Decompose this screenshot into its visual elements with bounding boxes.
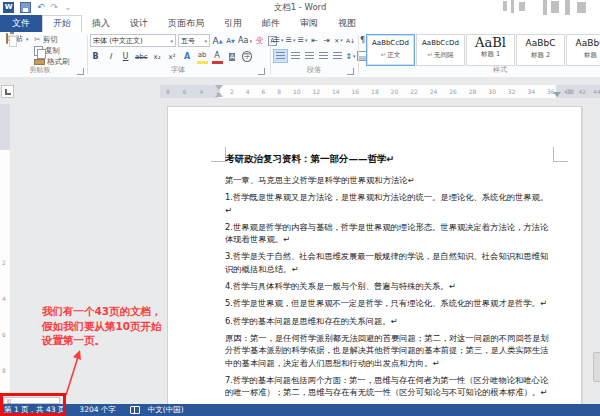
- align-left-button[interactable]: [273, 49, 288, 63]
- increase-indent-button[interactable]: ⇥: [321, 34, 332, 46]
- tab-page-layout[interactable]: 页面布局: [158, 15, 214, 32]
- horizontal-ruler: 8 6 4 2 2 4 6 8 10 12 14 16 18 20 22 24 …: [160, 85, 600, 98]
- tab-references[interactable]: 引用: [214, 15, 252, 32]
- paste-chevron-down-icon: ▾: [26, 36, 29, 42]
- group-divider: [270, 35, 271, 74]
- decrease-indent-button[interactable]: ⇤: [309, 34, 320, 46]
- tab-view[interactable]: 视图: [328, 15, 366, 32]
- phonetic-guide-button[interactable]: 变: [254, 35, 265, 47]
- doc-paragraph[interactable]: 6.哲学的基本问题是思维和存在的关系问题。↵: [225, 315, 549, 327]
- shrink-font-button[interactable]: A▼: [225, 35, 236, 47]
- tab-selector-button[interactable]: [1, 85, 14, 98]
- font-group-label: 字体: [171, 65, 185, 75]
- style-heading1[interactable]: AaBl 标题 1: [466, 34, 515, 66]
- font-name-value: 宋体 (中文正文): [93, 36, 143, 46]
- font-name-combo[interactable]: 宋体 (中文正文) ▾: [90, 34, 176, 47]
- sort-button[interactable]: A↓: [345, 34, 356, 46]
- style-sample: AaBbC: [517, 35, 564, 51]
- font-color-button[interactable]: A: [212, 49, 223, 64]
- group-divider: [358, 35, 359, 74]
- annotation-arrow: [55, 347, 89, 397]
- multilevel-list-button[interactable]: ☰▾: [297, 34, 308, 46]
- tab-file[interactable]: 文件: [0, 15, 42, 32]
- bullets-button[interactable]: ☰▾: [273, 34, 284, 46]
- doc-paragraph[interactable]: 1.哲学既是世界观又是方法论，是世界观和方法论的统一。是理论化、系统化的世界观。…: [225, 191, 549, 216]
- first-line-indent-marker[interactable]: [215, 85, 223, 90]
- align-center-button[interactable]: [289, 50, 302, 62]
- grow-font-button[interactable]: A▲: [212, 35, 223, 47]
- paragraph-dialog-launcher[interactable]: [347, 68, 354, 75]
- ribbon-tabs: 文件 开始 插入 设计 页面布局 引用 邮件 审阅 视图: [0, 15, 600, 32]
- document-text[interactable]: 考研政治复习资料：第一部分——哲学↵ 第一章、马克思主义哲学是科学的世界观和方法…: [225, 152, 549, 403]
- cut-button[interactable]: ✂ 剪切: [34, 34, 70, 45]
- italic-button[interactable]: I: [105, 51, 116, 63]
- doc-paragraph[interactable]: 3.哲学是关于自然、社会和思维发展最一般规律的学说，是自然知识、社会知识和思维知…: [225, 250, 549, 275]
- language-indicator[interactable]: 中文(中国): [148, 405, 184, 415]
- vruler-number: 4: [2, 295, 6, 302]
- margin-corner-mark: [211, 147, 226, 162]
- copy-icon: [34, 46, 43, 56]
- status-bar: 第 1 页，共 43 页 3204 个字 中文(中国): [0, 404, 600, 416]
- tab-home[interactable]: 开始: [42, 15, 82, 32]
- doc-paragraph[interactable]: 2.世界观是哲学的内容与基础，哲学是世界观的理论形态。世界观决定着方法论，方法论…: [225, 221, 549, 246]
- copy-button[interactable]: 复制: [34, 45, 70, 56]
- numbering-button[interactable]: ☰▾: [285, 34, 296, 46]
- character-shading-button[interactable]: A: [227, 51, 238, 63]
- bold-button[interactable]: B: [90, 51, 101, 63]
- annotation-line: 设置第一页。: [42, 333, 187, 348]
- align-right-icon: [305, 52, 314, 60]
- paste-button[interactable]: 粘贴 ▾: [3, 34, 31, 44]
- highlight-color-button[interactable]: ab: [197, 49, 208, 64]
- doc-paragraph[interactable]: 4.哲学与具体科学的关系是一般与个别、普遍与特殊的关系。↵: [225, 280, 549, 292]
- justify-button[interactable]: [317, 50, 330, 62]
- word-count[interactable]: 3204 个字: [79, 405, 115, 415]
- word-window: W ↶ ↷ ⌄ 文档1 - Word 文件 开始 插入 设计 页面布局 引用 邮…: [0, 0, 600, 416]
- annotation-line: 假如我们要从第10页开始: [42, 319, 187, 334]
- margin-corner-mark: [553, 147, 568, 162]
- style-sample: AaBbCcDd: [417, 35, 464, 51]
- vertical-ruler: 2 4 6 8: [0, 104, 10, 404]
- style-heading2[interactable]: AaBbC 标题 2: [516, 34, 565, 66]
- style-heading[interactable]: AaBbC 标题: [566, 34, 600, 66]
- document-page[interactable]: 考研政治复习资料：第一部分——哲学↵ 第一章、马克思主义哲学是科学的世界观和方法…: [167, 106, 582, 406]
- asian-layout-button[interactable]: ✕▾: [333, 34, 344, 46]
- justify-icon: [319, 52, 328, 60]
- right-indent-marker[interactable]: [553, 92, 561, 97]
- style-no-spacing[interactable]: AaBbCcDd ↵无间隔: [416, 34, 465, 66]
- doc-heading[interactable]: 考研政治复习资料：第一部分——哲学↵: [225, 152, 549, 165]
- font-dialog-launcher[interactable]: [258, 68, 265, 75]
- format-painter-icon: [34, 59, 45, 65]
- tab-mailings[interactable]: 邮件: [252, 15, 290, 32]
- align-left-icon: [276, 52, 285, 60]
- superscript-button[interactable]: x²: [167, 51, 178, 63]
- paste-clipboard-icon: [6, 33, 8, 44]
- style-normal[interactable]: AaBbCcDd ↵正文: [366, 34, 415, 66]
- cut-label: 剪切: [43, 35, 58, 45]
- subscript-button[interactable]: x₂: [152, 51, 163, 63]
- line-spacing-button[interactable]: ⇕▾: [345, 50, 356, 62]
- tab-review[interactable]: 审阅: [290, 15, 328, 32]
- scrollbar-thumb[interactable]: [593, 352, 600, 382]
- style-sample: AaBbC: [567, 35, 600, 51]
- distribute-button[interactable]: [331, 50, 344, 62]
- distribute-icon: [333, 52, 342, 60]
- strikethrough-button[interactable]: abc: [135, 51, 148, 63]
- clipboard-dialog-launcher[interactable]: [77, 68, 84, 75]
- underline-button[interactable]: U: [120, 51, 131, 63]
- doc-paragraph[interactable]: 7.哲学的基本问题包括两个方面：第一，思维与存在何者为第一性（区分唯物论和唯心论…: [225, 374, 549, 399]
- doc-paragraph[interactable]: 5.哲学是世界观，但是世界观不一定是哲学，只有理论化、系统化的世界观才是哲学。↵: [225, 297, 549, 309]
- vruler-number: 6: [2, 331, 6, 338]
- align-right-button[interactable]: [303, 50, 316, 62]
- group-divider: [87, 35, 88, 74]
- doc-paragraph[interactable]: 原因：第一，是任何哲学派别都无法回避的首要问题；第二，对这一问题的不同回答是划分…: [225, 332, 549, 369]
- font-size-combo[interactable]: 五号 ▾: [178, 34, 210, 47]
- enclose-characters-button[interactable]: 字: [242, 51, 253, 63]
- tab-design[interactable]: 设计: [120, 15, 158, 32]
- doc-paragraph[interactable]: 第一章、马克思主义哲学是科学的世界观和方法论↵: [225, 174, 549, 186]
- text-effects-button[interactable]: A: [182, 51, 193, 63]
- change-case-button[interactable]: Aa▾: [238, 35, 252, 47]
- proofing-book-icon[interactable]: [130, 406, 140, 414]
- annotation-line: 我们有一个43页的文档，: [42, 304, 187, 319]
- hanging-indent-marker[interactable]: [215, 92, 223, 97]
- tab-insert[interactable]: 插入: [82, 15, 120, 32]
